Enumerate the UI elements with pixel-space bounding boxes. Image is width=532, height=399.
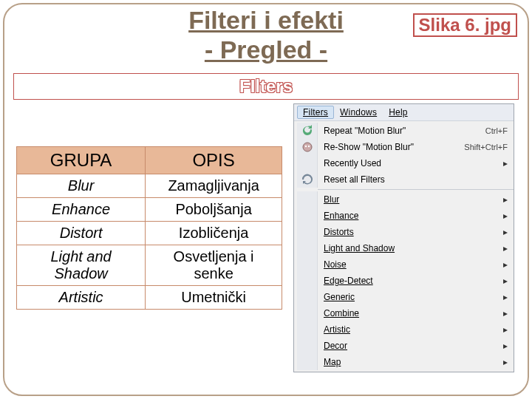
submenu-arrow-icon: ▸ <box>500 324 508 335</box>
cell-group: Enhance <box>17 198 146 222</box>
menu-bar-filters[interactable]: Filters <box>297 106 334 119</box>
menu-bar: Filters Windows Help <box>294 104 514 121</box>
menu-bar-help-label: Help <box>389 107 407 117</box>
image-filename-badge: Slika 6. jpg <box>413 13 517 37</box>
menu-item-noise[interactable]: Noise ▸ <box>294 256 514 273</box>
reset-icon <box>301 174 313 185</box>
submenu-arrow-icon: ▸ <box>500 211 508 221</box>
menu-item-combine-label: Combine <box>324 308 496 318</box>
menu-item-distorts[interactable]: Distorts ▸ <box>294 224 514 240</box>
menu-item-enhance[interactable]: Enhance ▸ <box>294 208 514 224</box>
menu-bar-help[interactable]: Help <box>383 106 413 119</box>
menu-item-noise-label: Noise <box>324 259 496 270</box>
menu-item-decor[interactable]: Decor ▸ <box>294 338 514 354</box>
cell-group: Artistic <box>17 286 146 310</box>
filters-heading-box: FIlters <box>13 73 519 100</box>
menu-item-enhance-label: Enhance <box>324 211 496 221</box>
filters-heading-text: FIlters <box>239 74 293 99</box>
submenu-arrow-icon: ▸ <box>500 227 508 237</box>
menu-item-distorts-label: Distorts <box>324 227 496 237</box>
menu-item-artistic-label: Artistic <box>324 324 496 335</box>
menu-item-artistic[interactable]: Artistic ▸ <box>294 321 514 338</box>
menu-item-reset[interactable]: Reset all Filters <box>294 171 514 188</box>
slide-title-line-2: - Pregled - <box>0 35 532 64</box>
menu-item-generic[interactable]: Generic ▸ <box>294 289 514 305</box>
menu-item-repeat-label: Repeat "Motion Blur" <box>324 126 481 136</box>
menu-item-repeat[interactable]: Repeat "Motion Blur" Ctrl+F <box>294 123 514 139</box>
table-header-desc: OPIS <box>146 147 282 174</box>
cell-desc: Umetnički <box>146 286 282 310</box>
cell-group: Blur <box>17 174 146 198</box>
menu-item-blur-label: Blur <box>324 194 496 205</box>
submenu-arrow-icon: ▸ <box>500 158 508 168</box>
menu-bar-filters-label: Filters <box>303 107 328 117</box>
repeat-icon <box>301 125 313 137</box>
submenu-arrow-icon: ▸ <box>500 259 508 270</box>
submenu-arrow-icon: ▸ <box>500 341 508 351</box>
svg-point-2 <box>307 146 309 147</box>
table-row: Enhance Poboljšanja <box>17 198 282 222</box>
submenu-arrow-icon: ▸ <box>500 243 508 253</box>
filters-dropdown: Repeat "Motion Blur" Ctrl+F Re-Show "Mot… <box>294 121 514 372</box>
menu-item-generic-label: Generic <box>324 292 496 302</box>
cell-desc: Poboljšanja <box>146 198 282 222</box>
menu-item-map-label: Map <box>324 357 496 367</box>
menu-item-reshow-hotkey: Shift+Ctrl+F <box>464 143 508 151</box>
filters-overview-table: GRUPA OPIS Blur Zamagljivanja Enhance Po… <box>16 146 282 310</box>
menu-item-map[interactable]: Map ▸ <box>294 354 514 370</box>
submenu-arrow-icon: ▸ <box>500 308 508 318</box>
submenu-arrow-icon: ▸ <box>500 292 508 302</box>
cell-group: Light and Shadow <box>17 245 146 286</box>
menu-item-light-shadow-label: Light and Shadow <box>324 243 496 253</box>
menu-item-repeat-hotkey: Ctrl+F <box>485 126 508 135</box>
cell-desc: Zamagljivanja <box>146 174 282 198</box>
submenu-arrow-icon: ▸ <box>500 194 508 205</box>
table-row: Distort Izobličenja <box>17 222 282 245</box>
submenu-arrow-icon: ▸ <box>500 276 508 286</box>
cell-desc: Izobličenja <box>146 222 282 245</box>
svg-point-0 <box>303 143 312 151</box>
menu-bar-windows-label: Windows <box>340 107 377 117</box>
menu-item-blur[interactable]: Blur ▸ <box>294 191 514 208</box>
menu-item-reset-label: Reset all Filters <box>324 174 508 185</box>
menu-item-edge-detect[interactable]: Edge-Detect ▸ <box>294 273 514 289</box>
menu-bar-windows[interactable]: Windows <box>334 106 383 119</box>
table-row: Light and Shadow Osvetljenja i senke <box>17 245 282 286</box>
menu-item-recent-label: Recently Used <box>324 158 496 168</box>
table-row: Artistic Umetnički <box>17 286 282 310</box>
table-header-group: GRUPA <box>17 147 146 174</box>
table-row: Blur Zamagljivanja <box>17 174 282 198</box>
filters-menu-panel: Filters Windows Help Repeat "Motion Blur… <box>293 103 514 372</box>
menu-item-combine[interactable]: Combine ▸ <box>294 305 514 321</box>
menu-item-reshow[interactable]: Re-Show "Motion Blur" Shift+Ctrl+F <box>294 139 514 155</box>
menu-item-recent[interactable]: Recently Used ▸ <box>294 155 514 171</box>
cell-group: Distort <box>17 222 146 245</box>
svg-point-1 <box>304 146 306 147</box>
gimp-icon <box>301 141 313 153</box>
menu-item-light-shadow[interactable]: Light and Shadow ▸ <box>294 240 514 256</box>
menu-separator <box>318 189 514 190</box>
submenu-arrow-icon: ▸ <box>500 357 508 367</box>
menu-item-edge-detect-label: Edge-Detect <box>324 276 496 286</box>
menu-item-decor-label: Decor <box>324 341 496 351</box>
menu-item-reshow-label: Re-Show "Motion Blur" <box>324 142 460 152</box>
cell-desc: Osvetljenja i senke <box>146 245 282 286</box>
